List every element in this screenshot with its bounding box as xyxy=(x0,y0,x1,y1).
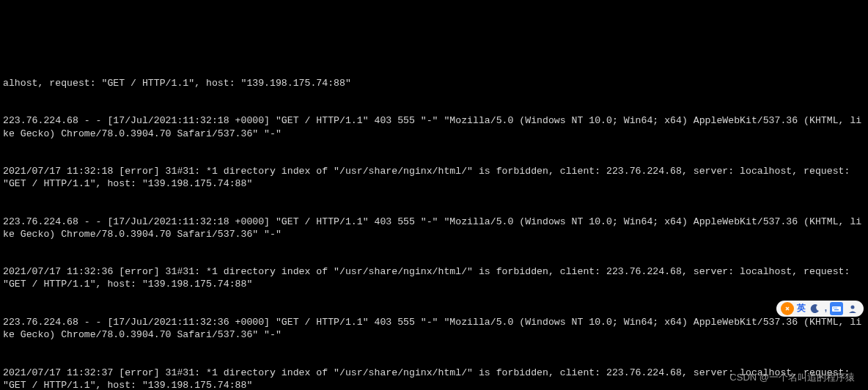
log-line: 2021/07/17 11:32:18 [error] 31#31: *1 di… xyxy=(3,165,865,190)
log-line: 223.76.224.68 - - [17/Jul/2021:11:32:18 … xyxy=(3,216,865,240)
watermark-text: CSDN @一个名叫追的程序猿 xyxy=(729,372,855,384)
svg-point-6 xyxy=(851,306,855,309)
ime-toolbar[interactable]: 英 , xyxy=(776,301,864,317)
ime-logo-icon[interactable] xyxy=(781,302,794,315)
ime-language-label[interactable]: 英 xyxy=(797,303,806,314)
log-line: 223.76.224.68 - - [17/Jul/2021:11:32:18 … xyxy=(3,114,865,139)
comma-icon[interactable]: , xyxy=(825,303,827,314)
log-line: 223.76.224.68 - - [17/Jul/2021:11:32:36 … xyxy=(3,316,865,341)
person-icon[interactable] xyxy=(846,302,859,315)
log-line: 2021/07/17 11:32:36 [error] 31#31: *1 di… xyxy=(3,265,865,290)
svg-rect-3 xyxy=(835,308,836,309)
svg-rect-4 xyxy=(836,308,837,309)
keyboard-icon[interactable] xyxy=(830,302,843,315)
svg-rect-1 xyxy=(832,306,841,312)
svg-rect-5 xyxy=(834,309,839,310)
log-line: alhost, request: "GET / HTTP/1.1", host:… xyxy=(3,77,865,89)
moon-icon[interactable] xyxy=(809,302,822,315)
svg-rect-2 xyxy=(834,308,834,309)
terminal-output[interactable]: alhost, request: "GET / HTTP/1.1", host:… xyxy=(3,52,865,390)
